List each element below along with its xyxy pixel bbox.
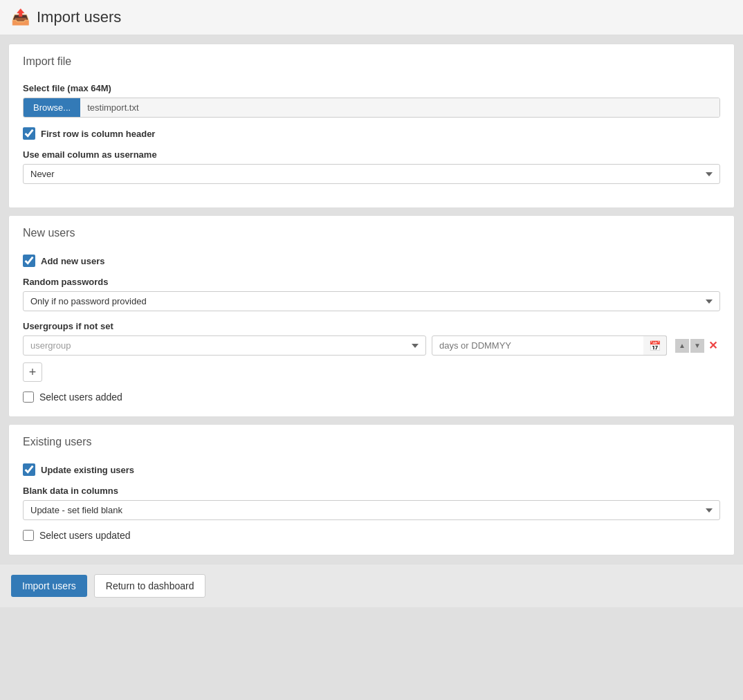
add-new-users-label[interactable]: Add new users bbox=[41, 256, 104, 266]
import-users-button[interactable]: Import users bbox=[11, 575, 87, 597]
blank-data-label: Blank data in columns bbox=[23, 486, 720, 496]
update-existing-label[interactable]: Update existing users bbox=[41, 465, 134, 475]
select-users-added-checkbox[interactable] bbox=[23, 392, 34, 403]
import-file-title: Import file bbox=[23, 55, 720, 73]
file-input-row: Browse... testimport.txt bbox=[23, 98, 720, 118]
usergroup-row: usergroup 📅 ▲ ▼ ✕ bbox=[23, 335, 720, 356]
random-passwords-select[interactable]: Only if no password provided Always Neve… bbox=[23, 291, 720, 311]
blank-data-group: Blank data in columns Update - set field… bbox=[23, 486, 720, 520]
footer-bar: Import users Return to dashboard bbox=[0, 564, 743, 607]
blank-data-select[interactable]: Update - set field blank Ignore - keep e… bbox=[23, 500, 720, 520]
select-users-updated-label[interactable]: Select users updated bbox=[39, 530, 131, 541]
page-header: 📤 Import users bbox=[0, 0, 743, 35]
update-existing-checkbox[interactable] bbox=[23, 463, 35, 476]
add-new-users-row: Add new users bbox=[23, 255, 720, 267]
import-icon: 📤 bbox=[11, 8, 30, 26]
select-users-added-row: Select users added bbox=[23, 392, 720, 403]
add-new-users-checkbox[interactable] bbox=[23, 255, 35, 267]
usergroups-label: Usergroups if not set bbox=[23, 321, 720, 331]
remove-row-button[interactable]: ✕ bbox=[706, 339, 720, 352]
select-users-added-label[interactable]: Select users added bbox=[39, 392, 122, 403]
random-passwords-label: Random passwords bbox=[23, 277, 720, 287]
first-row-header-row: First row is column header bbox=[23, 127, 720, 140]
move-down-button[interactable]: ▼ bbox=[690, 339, 704, 353]
move-up-button[interactable]: ▲ bbox=[675, 339, 689, 353]
row-controls: ▲ ▼ ✕ bbox=[675, 339, 720, 353]
update-existing-row: Update existing users bbox=[23, 463, 720, 476]
select-users-updated-row: Select users updated bbox=[23, 530, 720, 541]
date-input[interactable] bbox=[432, 335, 667, 356]
date-input-wrap: 📅 bbox=[432, 335, 667, 356]
first-row-header-label[interactable]: First row is column header bbox=[41, 129, 155, 139]
existing-users-section: Existing users Update existing users Bla… bbox=[8, 424, 735, 555]
file-select-group: Select file (max 64M) Browse... testimpo… bbox=[23, 83, 720, 118]
new-users-section: New users Add new users Random passwords… bbox=[8, 215, 735, 417]
main-content: Import file Select file (max 64M) Browse… bbox=[0, 35, 743, 564]
usergroups-group: Usergroups if not set usergroup 📅 ▲ ▼ ✕ … bbox=[23, 321, 720, 382]
existing-users-title: Existing users bbox=[23, 436, 720, 454]
usergroup-select[interactable]: usergroup bbox=[23, 335, 426, 356]
new-users-title: New users bbox=[23, 227, 720, 245]
page-title: Import users bbox=[37, 8, 121, 26]
first-row-header-checkbox[interactable] bbox=[23, 127, 35, 140]
calendar-icon[interactable]: 📅 bbox=[643, 335, 667, 356]
import-file-section: Import file Select file (max 64M) Browse… bbox=[8, 44, 735, 208]
file-name-display: testimport.txt bbox=[80, 98, 719, 117]
add-row-button[interactable]: + bbox=[23, 362, 42, 382]
return-dashboard-button[interactable]: Return to dashboard bbox=[94, 574, 206, 598]
use-email-select[interactable]: Never Always If no username bbox=[23, 164, 720, 184]
random-passwords-group: Random passwords Only if no password pro… bbox=[23, 277, 720, 311]
select-users-updated-checkbox[interactable] bbox=[23, 530, 34, 541]
use-email-group: Use email column as username Never Alway… bbox=[23, 149, 720, 184]
use-email-label: Use email column as username bbox=[23, 149, 720, 160]
file-select-label: Select file (max 64M) bbox=[23, 83, 720, 93]
browse-button[interactable]: Browse... bbox=[24, 98, 80, 117]
